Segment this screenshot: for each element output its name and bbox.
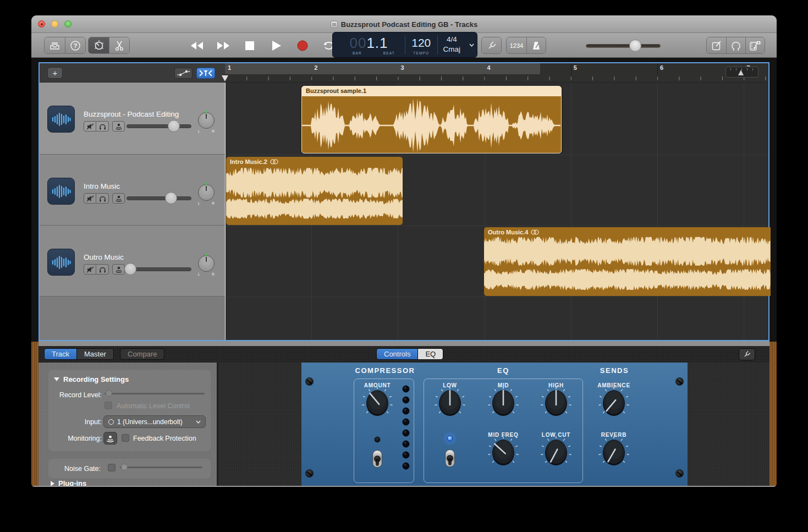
auto-level-checkbox[interactable]	[105, 402, 112, 409]
eq-midfreq-knob[interactable]: MID FREQ	[479, 432, 528, 473]
record-button[interactable]	[295, 39, 310, 53]
bar-number: 3	[400, 64, 404, 71]
lcd-display[interactable]: 001.1 BAR BEAT 120 TEMPO 4/4 Cmaj	[332, 32, 477, 58]
record-level-slider[interactable]	[105, 390, 205, 397]
playhead-marker[interactable]	[222, 75, 228, 81]
sends-reverb-knob[interactable]: REVERB	[589, 432, 639, 473]
solo-button[interactable]	[96, 121, 109, 131]
lcd-beat-label: BEAT	[383, 51, 395, 55]
region-header[interactable]: Buzzsprout sample.1	[302, 86, 561, 96]
master-volume-track[interactable]	[586, 44, 661, 48]
ruler-project-band	[225, 63, 540, 74]
tuner-button[interactable]	[482, 37, 501, 53]
rewind-icon	[190, 41, 204, 50]
track-name[interactable]: Intro Music	[84, 182, 120, 190]
noise-gate-knob[interactable]	[121, 464, 128, 470]
forward-button[interactable]	[216, 39, 230, 53]
quick-help-button[interactable]: ?	[65, 37, 85, 53]
track-volume-slider[interactable]	[127, 262, 191, 276]
tab-master[interactable]: Master	[76, 349, 113, 359]
sends-ambience-knob[interactable]: AMBIENCE	[589, 382, 639, 424]
noise-gate-checkbox[interactable]	[108, 464, 116, 471]
solo-button[interactable]	[96, 193, 109, 204]
right-buttons-group	[706, 37, 765, 54]
eq-low-knob[interactable]: LOW	[425, 382, 475, 424]
tab-eq[interactable]: EQ	[417, 349, 443, 359]
loop-browser-button[interactable]	[726, 37, 745, 53]
track-header-outro-music[interactable]: Outro Music	[40, 226, 225, 297]
lcd-tempo[interactable]: 120 TEMPO	[405, 32, 437, 57]
master-volume-knob[interactable]	[629, 40, 641, 52]
input-dropdown[interactable]: 1 (Univers...underbolt)	[103, 415, 206, 428]
timeline-ruler[interactable]: 1234567	[225, 63, 768, 83]
input-monitoring-button[interactable]	[112, 193, 125, 204]
mute-button[interactable]	[84, 264, 96, 275]
media-browser-button[interactable]	[745, 37, 765, 53]
recording-settings-title[interactable]: Recording Settings	[54, 375, 129, 383]
track-header-buzzsprout[interactable]: Buzzsprout - Podcast Editing	[40, 83, 225, 155]
mute-button[interactable]	[84, 193, 96, 204]
record-icon	[297, 40, 308, 51]
play-button[interactable]	[269, 39, 283, 53]
input-monitoring-button[interactable]	[112, 121, 125, 131]
region-buzzsprout-sample[interactable]: Buzzsprout sample.1	[301, 86, 562, 153]
mute-icon	[86, 195, 94, 202]
track-icon	[47, 249, 75, 276]
smart-controls-button[interactable]	[89, 37, 109, 53]
track-name[interactable]: Outro Music	[84, 253, 124, 261]
solo-button[interactable]	[96, 264, 109, 275]
pan-knob[interactable]	[198, 255, 215, 272]
pan-knob[interactable]	[198, 112, 215, 129]
pane-divider[interactable]	[39, 341, 769, 346]
editors-button[interactable]	[109, 37, 129, 53]
notepad-button[interactable]	[707, 37, 726, 53]
pan-knob[interactable]	[198, 184, 215, 201]
compare-button[interactable]: Compare	[120, 348, 164, 360]
track-name[interactable]: Buzzsprout - Podcast Editing	[84, 110, 179, 118]
compressor-section-title: COMPRESSOR	[355, 366, 415, 375]
input-monitoring-icon	[115, 195, 123, 202]
library-icon	[50, 41, 60, 50]
eq-toggle[interactable]	[444, 449, 456, 467]
master-tuning-button[interactable]	[739, 348, 755, 360]
master-volume-slider[interactable]	[586, 41, 661, 50]
tab-track[interactable]: Track	[45, 349, 76, 359]
eq-lowcut-knob[interactable]: LOW CUT	[531, 432, 581, 473]
region-outro-music[interactable]: Outro Music.4	[484, 227, 771, 296]
zoom-slider-handle[interactable]	[738, 70, 744, 75]
compressor-toggle[interactable]	[371, 450, 383, 468]
noise-gate-slider[interactable]	[120, 464, 202, 470]
playhead[interactable]	[225, 83, 226, 340]
lcd-position[interactable]: 001.1 BAR BEAT	[333, 32, 405, 57]
monitoring-button[interactable]	[103, 432, 117, 445]
track-lanes[interactable]: Buzzsprout sample.1 Intro Music.2 Outro …	[225, 83, 768, 340]
feedback-protection-checkbox[interactable]	[122, 434, 129, 442]
track-volume-knob[interactable]	[165, 192, 177, 204]
rewind-button[interactable]	[190, 39, 204, 53]
stop-button[interactable]	[243, 39, 257, 53]
eq-mid-knob[interactable]: MID	[479, 382, 528, 424]
mute-button[interactable]	[84, 121, 96, 131]
track-master-segment: Track Master	[44, 348, 114, 360]
add-track-button[interactable]: +	[47, 67, 63, 79]
library-button[interactable]	[45, 37, 65, 53]
track-volume-slider[interactable]	[127, 191, 191, 205]
record-level-knob[interactable]	[106, 390, 112, 397]
eq-high-knob[interactable]: HIGH	[531, 382, 581, 424]
catch-playhead-button[interactable]	[196, 68, 215, 79]
compressor-amount-knob[interactable]: AMOUNT	[353, 382, 402, 424]
region-intro-music[interactable]: Intro Music.2	[226, 157, 403, 225]
track-volume-knob[interactable]	[124, 263, 136, 275]
lcd-mode-chevron[interactable]	[466, 32, 477, 57]
input-monitoring-button[interactable]	[112, 264, 125, 275]
tab-controls[interactable]: Controls	[377, 349, 417, 359]
horizontal-zoom-slider[interactable]	[725, 67, 758, 78]
metronome-button[interactable]	[526, 37, 546, 53]
automation-button[interactable]	[174, 68, 193, 79]
lcd-key-signature[interactable]: 4/4 Cmaj	[438, 32, 466, 57]
pan-labels: LR	[198, 272, 215, 276]
track-volume-knob[interactable]	[168, 120, 180, 132]
track-header-intro-music[interactable]: Intro Music	[40, 155, 225, 226]
track-volume-slider[interactable]	[127, 119, 191, 133]
count-in-button[interactable]: 1234	[507, 37, 526, 53]
